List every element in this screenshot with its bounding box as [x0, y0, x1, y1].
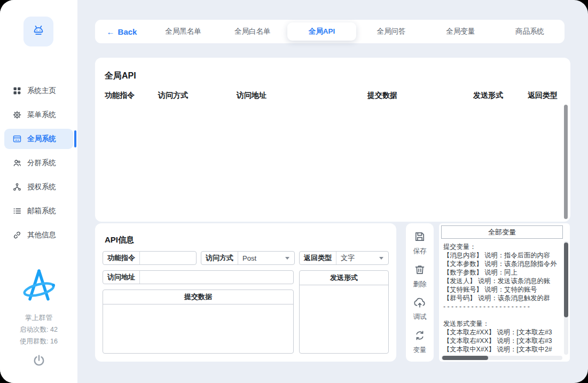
tab-product-system[interactable]: 商品系统 [495, 22, 565, 41]
command-field-label: 功能指令 [103, 253, 139, 263]
delete-button-label: 删除 [413, 280, 427, 289]
vertical-scrollbar-thumb[interactable] [564, 243, 568, 317]
tab-global-blacklist[interactable]: 全局黑名单 [148, 22, 218, 41]
address-input[interactable] [140, 271, 293, 284]
panel-title: 全局API [105, 71, 136, 82]
screen: 系统主页 菜单系统 全局系统 分群系统 [0, 0, 588, 383]
variable-line: - - - - - - - - - - - - - - - - - - - - … [443, 302, 561, 311]
sidebar-item-system-home[interactable]: 系统主页 [4, 81, 73, 101]
tab-global-whitelist[interactable]: 全局白名单 [218, 22, 287, 41]
chevron-down-icon [379, 257, 383, 262]
return-type-select[interactable]: 返回类型 文字 [299, 251, 389, 265]
variables-panel-title: 全部变量 [441, 225, 563, 239]
variable-line: 【群号码】 说明：该条消息触发的群 [443, 294, 561, 302]
debug-button[interactable]: 调试 [413, 296, 427, 322]
sidebar-item-other-info[interactable]: 其他信息 [4, 225, 73, 245]
column-header-send-format: 发送形式 [473, 91, 503, 100]
horizontal-scrollbar-track [441, 356, 562, 360]
save-icon [413, 230, 426, 245]
cloud-debug-icon [413, 296, 427, 310]
form-title: API信息 [105, 235, 134, 245]
sidebar: 系统主页 菜单系统 全局系统 分群系统 [0, 0, 77, 383]
launch-count: 启动次数: 42 [0, 325, 77, 334]
list-icon [12, 207, 21, 216]
variables-button-label: 变量 [413, 346, 427, 355]
chevron-down-icon [285, 257, 289, 262]
table-scrollbar-thumb[interactable] [564, 105, 568, 219]
sidebar-item-label: 分群系统 [27, 158, 56, 168]
global-api-panel: 全局API 功能指令 访问方式 访问地址 提交数据 发送形式 返回类型 [95, 58, 570, 222]
submit-data-textarea[interactable] [103, 304, 293, 353]
variables-panel: 全部变量 提交变量： 【消息内容】 说明：指令后面的内容 【文本参数】 说明：该… [439, 223, 570, 362]
send-format-box: 发送形式 [299, 270, 389, 354]
tab-global-api[interactable]: 全局API [287, 22, 357, 41]
submit-data-box: 提交数据 [103, 290, 294, 354]
sidebar-item-menu-system[interactable]: 菜单系统 [4, 105, 73, 125]
link-icon [12, 231, 21, 240]
users-icon [12, 159, 21, 168]
command-field: 功能指令 [103, 251, 197, 265]
app-name: 掌上群管 [0, 313, 77, 323]
variable-line: 【文本取左#XX】 说明：[文本取左#3 [443, 328, 561, 337]
action-toolbar: 保存 删除 调试 变量 [406, 223, 434, 362]
variables-list: 提交变量： 【消息内容】 说明：指令后面的内容 【文本参数】 说明：该条消息除指… [443, 243, 561, 354]
address-field-label: 访问地址 [103, 272, 139, 282]
group-count: 使用群数: 16 [0, 337, 77, 346]
sidebar-item-label: 邮箱系统 [27, 206, 56, 216]
column-header-method: 访问方式 [158, 91, 188, 100]
android-robot-icon [30, 22, 46, 41]
variable-line: 【文本取中X#X】 说明：[文本取中2# [443, 345, 561, 354]
variable-line: 【文本参数】 说明：该条消息除指令外 [443, 260, 561, 268]
sidebar-item-global-system[interactable]: 全局系统 [4, 129, 73, 149]
send-format-textarea[interactable] [300, 285, 388, 353]
api-info-panel: API信息 功能指令 访问方式 Post 返回类型 文字 访问地址 提交数据 [95, 223, 396, 362]
tab-bar: ← Back 全局黑名单 全局白名单 全局API 全局问答 全局变量 商品系统 [95, 20, 565, 43]
variable-line: 发送形式变量： [443, 319, 561, 328]
tab-global-qa[interactable]: 全局问答 [356, 22, 426, 41]
sidebar-item-label: 授权系统 [27, 182, 56, 192]
share-icon [12, 183, 21, 192]
method-select[interactable]: 访问方式 Post [201, 251, 295, 265]
delete-button[interactable]: 删除 [413, 263, 427, 289]
method-select-value: Post [238, 254, 285, 262]
horizontal-scrollbar-thumb[interactable] [442, 356, 488, 360]
sidebar-nav: 系统主页 菜单系统 全局系统 分群系统 [4, 81, 73, 245]
back-button-label: Back [118, 27, 137, 36]
variables-button[interactable]: 变量 [413, 329, 427, 355]
command-input[interactable] [140, 252, 196, 264]
sidebar-item-label: 全局系统 [27, 134, 56, 144]
app-logo-badge [23, 17, 53, 46]
sidebar-item-auth-system[interactable]: 授权系统 [4, 177, 73, 197]
variable-line: 【消息内容】 说明：指令后面的内容 [443, 251, 561, 260]
column-header-address: 访问地址 [237, 91, 266, 100]
debug-button-label: 调试 [413, 312, 427, 322]
tab-global-variables[interactable]: 全局变量 [426, 22, 495, 41]
variable-line [443, 311, 561, 319]
arrow-left-icon: ← [107, 27, 115, 36]
window-edit-icon [12, 135, 21, 144]
power-button[interactable] [30, 353, 48, 370]
sidebar-item-label: 菜单系统 [27, 110, 56, 120]
sidebar-item-label: 其他信息 [27, 230, 56, 240]
app-window: 系统主页 菜单系统 全局系统 分群系统 [0, 0, 588, 383]
gear-icon [12, 111, 21, 120]
address-field: 访问地址 [103, 270, 294, 284]
trash-icon [413, 263, 426, 278]
atom-logo [0, 266, 77, 311]
sidebar-item-label: 系统主页 [27, 86, 56, 96]
variable-line: 【文本取右#XX】 说明：[文本取右#3 [443, 337, 561, 345]
column-header-submit-data: 提交数据 [367, 91, 397, 100]
variable-line: 提交变量： [443, 243, 561, 251]
column-header-return-type: 返回类型 [528, 91, 558, 100]
table-body [95, 106, 563, 222]
sidebar-item-mail-system[interactable]: 邮箱系统 [4, 201, 73, 221]
save-button[interactable]: 保存 [413, 230, 427, 256]
sidebar-item-group-system[interactable]: 分群系统 [4, 153, 73, 173]
back-button[interactable]: ← Back [95, 27, 148, 36]
variable-line: 【艾特账号】 说明：艾特的账号 [443, 285, 561, 294]
submit-data-header: 提交数据 [103, 290, 293, 304]
power-icon [32, 354, 46, 370]
method-select-label: 访问方式 [201, 253, 238, 263]
send-format-header: 发送形式 [300, 271, 388, 285]
variable-line: 【发送人】 说明：发送该条消息的账 [443, 277, 561, 285]
